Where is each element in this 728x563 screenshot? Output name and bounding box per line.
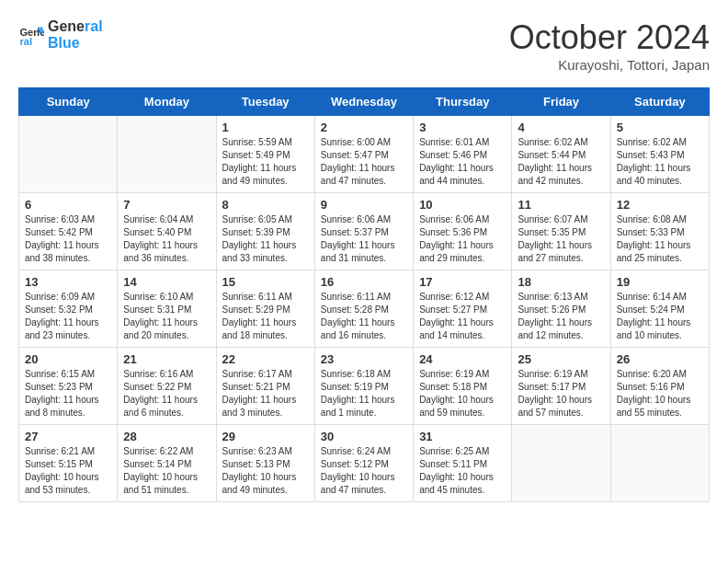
calendar-table: SundayMondayTuesdayWednesdayThursdayFrid… [18,87,710,502]
day-info: Sunrise: 6:11 AM Sunset: 5:28 PM Dayligh… [321,291,407,342]
day-info: Sunrise: 6:20 AM Sunset: 5:16 PM Dayligh… [617,368,703,419]
calendar-cell: 21Sunrise: 6:16 AM Sunset: 5:22 PM Dayli… [118,348,216,425]
weekday-header-friday: Friday [512,88,610,116]
calendar-cell: 1Sunrise: 5:59 AM Sunset: 5:49 PM Daylig… [216,116,314,193]
day-number: 25 [518,352,604,366]
logo-text-line1: General [48,18,103,35]
month-title: October 2024 [509,18,710,57]
day-number: 14 [123,275,210,289]
day-number: 13 [25,275,111,289]
calendar-week-3: 13Sunrise: 6:09 AM Sunset: 5:32 PM Dayli… [19,270,710,348]
calendar-cell: 9Sunrise: 6:06 AM Sunset: 5:37 PM Daylig… [314,193,413,270]
calendar-cell: 8Sunrise: 6:05 AM Sunset: 5:39 PM Daylig… [216,193,314,270]
calendar-cell: 12Sunrise: 6:08 AM Sunset: 5:33 PM Dayli… [610,193,709,270]
day-number: 17 [419,275,506,289]
calendar-cell: 19Sunrise: 6:14 AM Sunset: 5:24 PM Dayli… [610,270,709,348]
calendar-cell: 24Sunrise: 6:19 AM Sunset: 5:18 PM Dayli… [414,348,512,425]
day-number: 18 [518,275,604,289]
calendar-cell: 6Sunrise: 6:03 AM Sunset: 5:42 PM Daylig… [19,193,118,270]
day-number: 28 [123,430,210,443]
calendar-cell: 11Sunrise: 6:07 AM Sunset: 5:35 PM Dayli… [512,193,610,270]
weekday-header-thursday: Thursday [414,88,512,116]
calendar-week-2: 6Sunrise: 6:03 AM Sunset: 5:42 PM Daylig… [19,193,710,270]
day-info: Sunrise: 6:21 AM Sunset: 5:15 PM Dayligh… [25,445,111,497]
day-info: Sunrise: 6:02 AM Sunset: 5:44 PM Dayligh… [518,136,604,188]
day-info: Sunrise: 6:03 AM Sunset: 5:42 PM Dayligh… [25,213,111,265]
day-number: 27 [25,430,111,443]
day-number: 9 [321,198,407,212]
day-info: Sunrise: 6:18 AM Sunset: 5:19 PM Dayligh… [321,368,407,419]
day-number: 6 [25,198,111,212]
day-number: 22 [222,352,309,366]
day-info: Sunrise: 6:12 AM Sunset: 5:27 PM Dayligh… [419,291,506,342]
logo-text-line2: Blue [48,35,103,52]
day-number: 7 [123,198,210,212]
calendar-week-1: 1Sunrise: 5:59 AM Sunset: 5:49 PM Daylig… [19,116,710,193]
day-info: Sunrise: 6:10 AM Sunset: 5:31 PM Dayligh… [123,291,210,342]
day-info: Sunrise: 6:00 AM Sunset: 5:47 PM Dayligh… [321,136,407,188]
title-block: October 2024 Kurayoshi, Tottori, Japan [509,18,710,73]
day-number: 15 [222,275,309,289]
day-number: 16 [321,275,407,289]
calendar-cell [19,116,118,193]
calendar-cell: 31Sunrise: 6:25 AM Sunset: 5:11 PM Dayli… [414,425,512,502]
day-number: 29 [222,430,309,443]
calendar-cell: 14Sunrise: 6:10 AM Sunset: 5:31 PM Dayli… [118,270,216,348]
day-info: Sunrise: 6:19 AM Sunset: 5:17 PM Dayligh… [518,368,604,419]
calendar-cell: 15Sunrise: 6:11 AM Sunset: 5:29 PM Dayli… [216,270,314,348]
day-number: 26 [617,352,703,366]
day-info: Sunrise: 6:06 AM Sunset: 5:37 PM Dayligh… [321,213,407,265]
day-info: Sunrise: 6:09 AM Sunset: 5:32 PM Dayligh… [25,291,111,342]
logo: Gene ral General Blue [18,18,103,51]
calendar-cell [512,425,610,502]
day-number: 20 [25,352,111,366]
day-info: Sunrise: 6:06 AM Sunset: 5:36 PM Dayligh… [419,213,506,265]
calendar-cell [118,116,216,193]
calendar-cell: 13Sunrise: 6:09 AM Sunset: 5:32 PM Dayli… [19,270,118,348]
day-info: Sunrise: 6:16 AM Sunset: 5:22 PM Dayligh… [123,368,210,419]
day-info: Sunrise: 6:14 AM Sunset: 5:24 PM Dayligh… [617,291,703,342]
day-number: 30 [321,430,407,443]
day-info: Sunrise: 6:05 AM Sunset: 5:39 PM Dayligh… [222,213,309,265]
calendar-cell: 2Sunrise: 6:00 AM Sunset: 5:47 PM Daylig… [314,116,413,193]
day-number: 5 [617,121,703,134]
calendar-cell [610,425,709,502]
day-number: 23 [321,352,407,366]
day-number: 4 [518,121,604,134]
calendar-cell: 16Sunrise: 6:11 AM Sunset: 5:28 PM Dayli… [314,270,413,348]
day-number: 3 [419,121,506,134]
logo-icon: Gene ral [18,22,44,48]
day-number: 21 [123,352,210,366]
day-info: Sunrise: 6:25 AM Sunset: 5:11 PM Dayligh… [419,445,506,497]
day-info: Sunrise: 5:59 AM Sunset: 5:49 PM Dayligh… [222,136,309,188]
day-info: Sunrise: 6:11 AM Sunset: 5:29 PM Dayligh… [222,291,309,342]
weekday-header-tuesday: Tuesday [216,88,314,116]
day-info: Sunrise: 6:08 AM Sunset: 5:33 PM Dayligh… [617,213,703,265]
calendar-cell: 17Sunrise: 6:12 AM Sunset: 5:27 PM Dayli… [414,270,512,348]
svg-text:ral: ral [19,36,32,47]
weekday-header-wednesday: Wednesday [314,88,413,116]
day-info: Sunrise: 6:01 AM Sunset: 5:46 PM Dayligh… [419,136,506,188]
day-number: 10 [419,198,506,212]
calendar-cell: 4Sunrise: 6:02 AM Sunset: 5:44 PM Daylig… [512,116,610,193]
calendar-cell: 27Sunrise: 6:21 AM Sunset: 5:15 PM Dayli… [19,425,118,502]
calendar-cell: 30Sunrise: 6:24 AM Sunset: 5:12 PM Dayli… [314,425,413,502]
day-number: 1 [222,121,309,134]
calendar-cell: 18Sunrise: 6:13 AM Sunset: 5:26 PM Dayli… [512,270,610,348]
day-info: Sunrise: 6:13 AM Sunset: 5:26 PM Dayligh… [518,291,604,342]
calendar-cell: 28Sunrise: 6:22 AM Sunset: 5:14 PM Dayli… [118,425,216,502]
day-number: 11 [518,198,604,212]
calendar-cell: 5Sunrise: 6:02 AM Sunset: 5:43 PM Daylig… [610,116,709,193]
weekday-header-sunday: Sunday [19,88,118,116]
day-info: Sunrise: 6:23 AM Sunset: 5:13 PM Dayligh… [222,445,309,497]
day-number: 2 [321,121,407,134]
day-number: 31 [419,430,506,443]
calendar-cell: 23Sunrise: 6:18 AM Sunset: 5:19 PM Dayli… [314,348,413,425]
day-info: Sunrise: 6:19 AM Sunset: 5:18 PM Dayligh… [419,368,506,419]
calendar-cell: 7Sunrise: 6:04 AM Sunset: 5:40 PM Daylig… [118,193,216,270]
calendar-week-5: 27Sunrise: 6:21 AM Sunset: 5:15 PM Dayli… [19,425,710,502]
day-info: Sunrise: 6:15 AM Sunset: 5:23 PM Dayligh… [25,368,111,419]
day-info: Sunrise: 6:07 AM Sunset: 5:35 PM Dayligh… [518,213,604,265]
day-info: Sunrise: 6:02 AM Sunset: 5:43 PM Dayligh… [617,136,703,188]
day-number: 12 [617,198,703,212]
